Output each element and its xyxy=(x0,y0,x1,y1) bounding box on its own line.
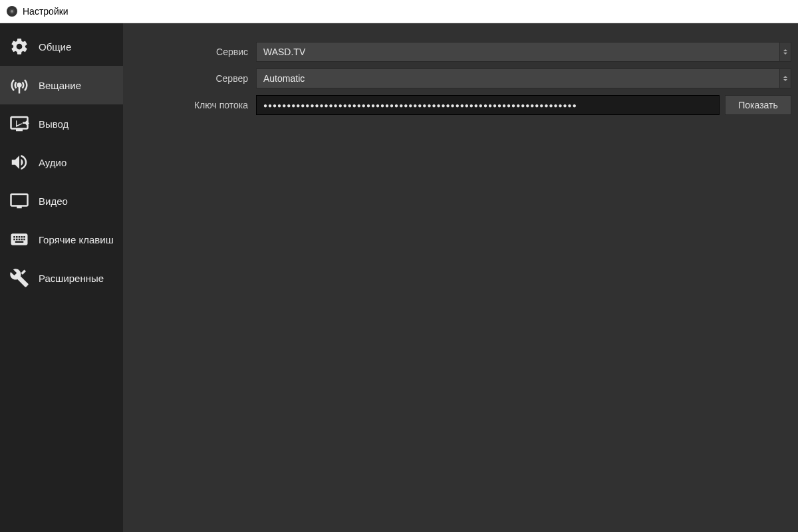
sidebar-item-output[interactable]: Вывод xyxy=(0,104,123,143)
sidebar-item-label: Общие xyxy=(39,41,71,53)
sidebar: Общие Вещание Вывод Аудио Видео xyxy=(0,23,123,532)
sidebar-item-label: Вещание xyxy=(39,80,81,91)
broadcast-icon xyxy=(8,74,31,96)
stream-key-input[interactable]: ●●●●●●●●●●●●●●●●●●●●●●●●●●●●●●●●●●●●●●●●… xyxy=(256,95,720,115)
row-stream-key: Ключ потока ●●●●●●●●●●●●●●●●●●●●●●●●●●●●… xyxy=(123,95,791,115)
service-select[interactable]: WASD.TV xyxy=(256,42,780,62)
sidebar-item-hotkeys[interactable]: Горячие клавиш xyxy=(0,220,123,259)
server-spinner[interactable] xyxy=(779,68,791,88)
service-value: WASD.TV xyxy=(263,47,305,57)
titlebar: Настройки xyxy=(0,0,798,23)
output-icon xyxy=(8,112,31,135)
stream-key-masked: ●●●●●●●●●●●●●●●●●●●●●●●●●●●●●●●●●●●●●●●●… xyxy=(263,102,577,109)
sidebar-item-label: Видео xyxy=(39,196,68,207)
sidebar-item-label: Вывод xyxy=(39,118,68,130)
window-title: Настройки xyxy=(23,6,68,17)
show-key-button[interactable]: Показать xyxy=(725,95,791,115)
monitor-icon xyxy=(8,190,31,212)
server-select[interactable]: Automatic xyxy=(256,68,780,88)
settings-panel: Сервис WASD.TV Сервер Automatic Ключ пот… xyxy=(123,23,798,532)
svg-point-1 xyxy=(11,10,13,13)
chevron-down-icon xyxy=(783,79,787,81)
sidebar-item-advanced[interactable]: Расширенные xyxy=(0,259,123,297)
keyboard-icon xyxy=(8,228,31,251)
sidebar-item-label: Горячие клавиш xyxy=(39,234,114,245)
chevron-up-icon xyxy=(783,76,787,78)
sidebar-item-general[interactable]: Общие xyxy=(0,27,123,66)
stream-key-label: Ключ потока xyxy=(123,100,256,110)
service-label: Сервис xyxy=(123,47,256,57)
sidebar-item-label: Аудио xyxy=(39,157,66,168)
speaker-icon xyxy=(8,151,31,174)
gear-icon xyxy=(8,35,31,58)
server-value: Automatic xyxy=(263,73,305,84)
sidebar-item-stream[interactable]: Вещание xyxy=(0,66,123,104)
chevron-up-icon xyxy=(783,49,787,51)
sidebar-item-video[interactable]: Видео xyxy=(0,182,123,220)
row-server: Сервер Automatic xyxy=(123,68,791,88)
service-spinner[interactable] xyxy=(779,42,791,62)
show-key-button-label: Показать xyxy=(738,100,778,110)
tools-icon xyxy=(8,267,31,289)
row-service: Сервис WASD.TV xyxy=(123,42,791,62)
app-icon xyxy=(7,6,17,17)
sidebar-item-audio[interactable]: Аудио xyxy=(0,143,123,182)
sidebar-item-label: Расширенные xyxy=(39,273,104,284)
server-label: Сервер xyxy=(123,73,256,84)
main-area: Общие Вещание Вывод Аудио Видео xyxy=(0,23,798,532)
chevron-down-icon xyxy=(783,53,787,55)
